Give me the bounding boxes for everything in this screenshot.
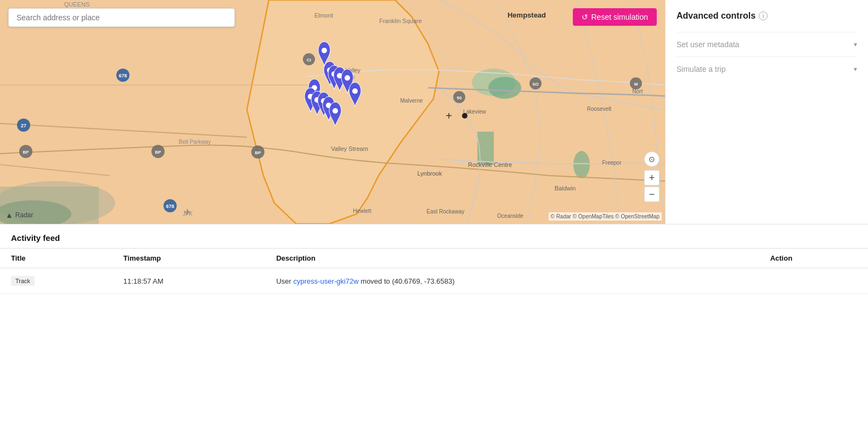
zoom-out-button[interactable]: − [644, 187, 660, 202]
svg-text:Lakeview: Lakeview [463, 109, 486, 115]
set-user-metadata-label: Set user metadata [677, 40, 739, 49]
location-button[interactable]: ⊙ [644, 151, 660, 167]
activity-feed-title: Activity feed [0, 224, 868, 248]
radar-logo: ▲ ▲ RadarRadar [5, 211, 33, 219]
svg-text:Hewlett: Hewlett [353, 208, 371, 214]
svg-text:CI: CI [307, 58, 311, 63]
svg-text:Baldwin: Baldwin [555, 185, 576, 192]
svg-text:JFK: JFK [183, 211, 193, 217]
panel-header: Advanced controls i [677, 11, 857, 21]
svg-text:East Rockaway: East Rockaway [427, 209, 465, 215]
svg-text:Roosevelt: Roosevelt [587, 106, 612, 112]
user-link[interactable]: cypress-user-gki72w [293, 277, 358, 285]
svg-text:BP: BP [22, 150, 29, 155]
activity-table: Title Timestamp Description Action Track… [0, 248, 868, 294]
svg-text:QUEENS: QUEENS [64, 1, 89, 8]
svg-text:678: 678 [119, 73, 127, 78]
search-input[interactable] [8, 8, 235, 27]
set-user-metadata-section[interactable]: Set user metadata ▾ [677, 32, 857, 57]
row-description-cell: User cypress-user-gki72w moved to (40.67… [265, 268, 759, 294]
svg-text:SO: SO [532, 82, 539, 87]
svg-text:Valley Stream: Valley Stream [331, 145, 368, 152]
map-attribution: © Radar © OpenMapTiles © OpenStreetMap [549, 212, 662, 221]
svg-point-7 [573, 151, 590, 178]
set-user-metadata-chevron-icon: ▾ [854, 41, 857, 48]
column-timestamp: Timestamp [112, 249, 266, 268]
svg-point-54 [322, 48, 327, 53]
svg-text:+: + [446, 110, 452, 122]
svg-text:678: 678 [166, 204, 174, 209]
svg-text:50: 50 [457, 95, 462, 100]
svg-text:Belt Parkway: Belt Parkway [179, 139, 211, 145]
svg-text:BP: BP [255, 150, 261, 155]
svg-text:Franklin Square: Franklin Square [379, 18, 422, 24]
row-title-cell: Track [0, 268, 112, 294]
table-row: Track 11:18:57 AM User cypress-user-gki7… [0, 268, 868, 294]
svg-text:27: 27 [21, 123, 26, 128]
svg-text:BP: BP [155, 150, 161, 155]
activity-feed-section: Activity feed Title Timestamp Descriptio… [0, 224, 868, 428]
table-header-row: Title Timestamp Description Action [0, 249, 868, 268]
panel-title: Advanced controls [677, 11, 756, 21]
svg-point-65 [332, 108, 338, 114]
simulate-a-trip-label: Simulate a trip [677, 65, 725, 74]
info-icon[interactable]: i [759, 12, 768, 20]
reset-button-label: Reset simulation [591, 13, 649, 21]
svg-text:Malverne: Malverne [400, 98, 423, 104]
description-prefix: User [276, 277, 293, 285]
right-panel: Advanced controls i Set user metadata ▾ … [665, 0, 868, 224]
row-action-cell [759, 268, 868, 294]
svg-text:Oceanside: Oceanside [497, 213, 523, 219]
description-suffix: moved to (40.6769, -73.6583) [359, 277, 455, 285]
map-container[interactable]: ↺ Reset simulation [0, 0, 665, 224]
column-action: Action [759, 249, 868, 268]
track-badge: Track [11, 276, 35, 286]
zoom-in-button[interactable]: + [644, 170, 660, 185]
row-timestamp-cell: 11:18:57 AM [112, 268, 266, 294]
column-title: Title [0, 249, 112, 268]
svg-text:Freepor: Freepor [602, 160, 622, 166]
map-controls: ⊙ + − [644, 151, 660, 202]
svg-point-5 [488, 77, 521, 99]
svg-point-53 [462, 113, 467, 119]
reset-simulation-button[interactable]: ↺ Reset simulation [573, 8, 657, 26]
svg-text:M: M [634, 82, 638, 87]
svg-text:Nort: Nort [633, 88, 643, 94]
svg-text:Elmont: Elmont [314, 12, 333, 19]
svg-point-58 [345, 75, 350, 81]
reset-icon: ↺ [582, 13, 588, 21]
simulate-a-trip-chevron-icon: ▾ [854, 65, 857, 73]
simulate-a-trip-section[interactable]: Simulate a trip ▾ [677, 57, 857, 81]
svg-point-59 [352, 88, 358, 94]
map-svg: 27 678 BP BP BP 678 50 SO M CI ✈ [0, 0, 665, 224]
column-description: Description [265, 249, 759, 268]
svg-text:Lynbrook: Lynbrook [418, 170, 442, 177]
svg-text:Hempstead: Hempstead [508, 11, 546, 19]
svg-text:Rockville Centre: Rockville Centre [468, 161, 512, 168]
